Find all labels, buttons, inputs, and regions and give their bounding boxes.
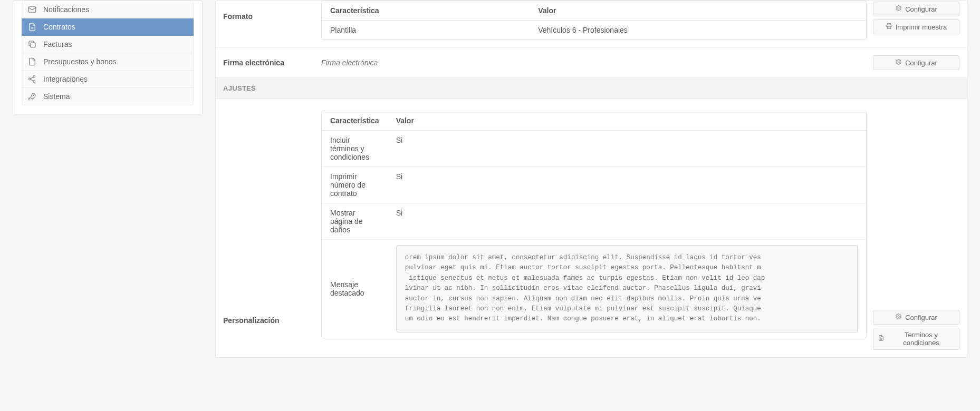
sidebar-item-label: Notificaciones <box>43 5 89 14</box>
table-row: Imprimir número de contrato Si <box>322 167 866 203</box>
personalizacion-label: Personalización <box>223 111 321 325</box>
sidebar-item-label: Presupuestos y bonos <box>43 57 117 66</box>
mensaje-destacado-text: orem ipsum dolor sit amet, consectetur a… <box>396 245 858 332</box>
ajustes-header: AJUSTES <box>216 77 967 99</box>
table-row-mensaje: Mensaje destacado orem ipsum dolor sit a… <box>322 239 866 338</box>
gear-icon <box>895 313 902 321</box>
terminos-button[interactable]: Terminos y condiciones <box>873 328 959 350</box>
button-label: Configurar <box>905 314 937 321</box>
button-label: Imprimir muestra <box>896 23 947 31</box>
svg-point-10 <box>898 316 899 317</box>
formato-label: Formato <box>223 1 321 21</box>
gear-icon <box>895 58 902 67</box>
rocket-icon <box>27 92 37 101</box>
print-icon <box>886 23 892 31</box>
sidebar-item-label: Facturas <box>43 40 72 48</box>
sidebar-item-facturas[interactable]: Facturas <box>22 36 194 53</box>
button-label: Configurar <box>905 5 937 13</box>
cell-caracteristica: Mostrar página de daños <box>322 203 388 239</box>
formato-table: Característica Valor Plantilla Vehículos… <box>321 1 867 40</box>
copy-icon <box>27 40 37 49</box>
section-personalizacion: Personalización Característica Valor Inc… <box>216 99 967 357</box>
cell-valor: Vehículos 6 - Profesionales <box>530 21 866 40</box>
imprimir-muestra-button[interactable]: Imprimir muestra <box>873 19 959 34</box>
mail-icon <box>27 5 37 14</box>
configurar-button[interactable]: Configurar <box>873 55 959 70</box>
button-label: Terminos y condiciones <box>888 331 955 347</box>
document-icon <box>27 22 37 32</box>
th-valor: Valor <box>530 1 866 21</box>
th-caracteristica: Característica <box>322 111 388 131</box>
configurar-button[interactable]: Configurar <box>873 310 959 325</box>
firma-value: Firma electrónica <box>321 58 378 67</box>
sidebar-item-label: Integraciones <box>43 75 88 83</box>
cell-valor: Si <box>388 131 866 167</box>
svg-point-5 <box>33 95 34 96</box>
firma-label: Firma electrónica <box>223 58 321 67</box>
svg-rect-0 <box>28 7 36 13</box>
sidebar-item-label: Sistema <box>43 92 70 101</box>
table-row: Plantilla Vehículos 6 - Profesionales <box>322 21 866 40</box>
sidebar-item-label: Contratos <box>43 23 75 31</box>
sidebar-item-presupuestos[interactable]: Presupuestos y bonos <box>22 53 194 71</box>
svg-point-9 <box>898 61 899 63</box>
button-label: Configurar <box>905 59 937 67</box>
section-firma: Firma electrónica Firma electrónica Conf… <box>216 47 967 77</box>
table-row: Incluir términos y condiciones Si <box>322 131 866 167</box>
cell-caracteristica: Plantilla <box>322 21 530 40</box>
cell-caracteristica: Incluir términos y condiciones <box>322 131 388 167</box>
svg-point-6 <box>898 7 899 9</box>
svg-rect-1 <box>31 43 35 47</box>
th-valor: Valor <box>388 111 866 131</box>
section-formato: Formato Característica Valor Plantilla V… <box>216 1 967 47</box>
gear-icon <box>895 5 902 13</box>
file-icon <box>27 57 37 66</box>
file-text-icon <box>878 335 885 343</box>
svg-rect-8 <box>887 26 891 28</box>
sidebar: Notificaciones Contratos Facturas Presup… <box>13 0 203 114</box>
cell-caracteristica: Imprimir número de contrato <box>322 167 388 203</box>
sidebar-item-notificaciones[interactable]: Notificaciones <box>22 1 194 18</box>
table-row: Mostrar página de daños Si <box>322 203 866 239</box>
cell-mensaje-label: Mensaje destacado <box>322 239 388 338</box>
share-icon <box>27 74 37 84</box>
configurar-button[interactable]: Configurar <box>873 2 959 16</box>
main-panel: Formato Característica Valor Plantilla V… <box>215 0 967 358</box>
sidebar-item-sistema[interactable]: Sistema <box>22 88 194 105</box>
cell-valor: Si <box>388 167 866 203</box>
sidebar-item-integraciones[interactable]: Integraciones <box>22 71 194 88</box>
th-caracteristica: Característica <box>322 1 530 21</box>
personalizacion-table: Característica Valor Incluir términos y … <box>321 111 867 338</box>
cell-valor: Si <box>388 203 866 239</box>
sidebar-item-contratos[interactable]: Contratos <box>22 18 194 36</box>
